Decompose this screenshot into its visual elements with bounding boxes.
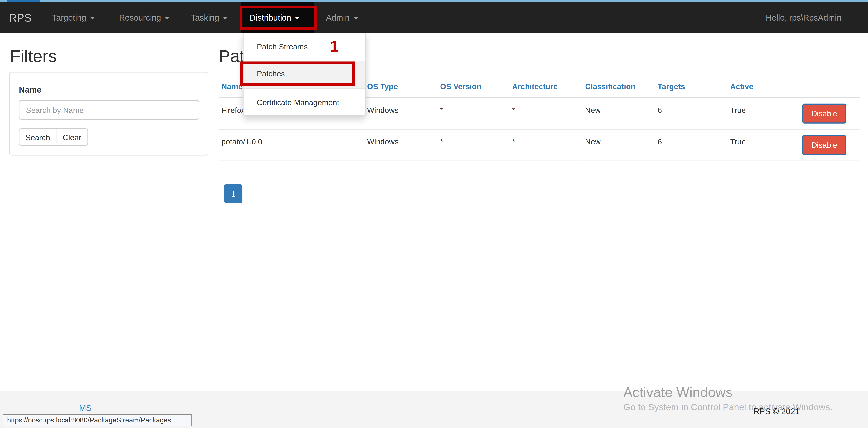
filters-button-group: Search Clear — [19, 128, 88, 146]
browser-tab-sliver — [7, 0, 40, 2]
caret-down-icon — [90, 17, 94, 19]
cell-actions: Disable — [795, 97, 860, 129]
cell-os-type: Windows — [364, 97, 437, 129]
cell-targets: 6 — [655, 129, 727, 161]
brand-link[interactable]: RPS — [9, 2, 32, 33]
nav-item-label: Tasking — [191, 13, 219, 22]
nav-item-resourcing[interactable]: Resourcing — [119, 2, 169, 33]
disable-button[interactable]: Disable — [802, 103, 846, 124]
menu-item-certificate-management[interactable]: Certificate Management — [244, 89, 365, 115]
cell-actions: Disable — [795, 129, 860, 161]
annotation-box-patches — [240, 61, 355, 86]
column-header-targets[interactable]: Targets — [655, 77, 727, 97]
annotation-step-number: 1 — [330, 39, 339, 54]
table-row: potato/1.0.0 Windows * * New 6 True Disa… — [219, 129, 860, 161]
cell-classification: New — [582, 97, 655, 129]
annotation-box-distribution — [240, 5, 317, 30]
status-bar-url: https://nosc.rps.local:8080/PackageStrea… — [3, 414, 191, 426]
main-navbar: RPS Targeting Resourcing Tasking Distrib… — [0, 2, 868, 33]
cell-active: True — [727, 97, 795, 129]
browser-titlebar-strip — [0, 0, 868, 2]
name-filter-label: Name — [19, 85, 41, 94]
ms-footer-link[interactable]: MS — [79, 403, 92, 412]
column-header-active[interactable]: Active — [727, 77, 795, 97]
caret-down-icon — [223, 17, 227, 19]
app-window: RPS Targeting Resourcing Tasking Distrib… — [0, 0, 868, 428]
caret-down-icon — [165, 17, 169, 19]
cell-active: True — [727, 129, 795, 161]
column-header-classification[interactable]: Classification — [582, 77, 655, 97]
cell-architecture: * — [509, 97, 582, 129]
pagination-page-1[interactable]: 1 — [224, 184, 243, 203]
column-header-os-version[interactable]: OS Version — [437, 77, 509, 97]
nav-item-tasking[interactable]: Tasking — [191, 2, 227, 33]
disable-button[interactable]: Disable — [802, 135, 846, 155]
cell-os-type: Windows — [364, 129, 437, 161]
caret-down-icon — [353, 17, 358, 19]
menu-item-patch-streams[interactable]: Patch Streams — [244, 33, 365, 59]
nav-item-admin[interactable]: Admin — [326, 2, 358, 33]
user-greeting: Hello, rps\RpsAdmin — [766, 2, 842, 33]
nav-item-label: Admin — [326, 13, 349, 22]
filters-panel: Name Search Clear — [9, 72, 208, 156]
filters-title: Filters — [10, 47, 57, 66]
cell-targets: 6 — [655, 97, 727, 129]
cell-architecture: * — [509, 129, 582, 161]
nav-item-label: Resourcing — [119, 13, 161, 22]
cell-os-version: * — [437, 97, 509, 129]
column-header-actions — [795, 77, 860, 97]
search-button[interactable]: Search — [19, 128, 57, 146]
windows-activation-watermark: Activate Windows — [623, 384, 733, 400]
nav-item-targeting[interactable]: Targeting — [52, 2, 94, 33]
windows-activation-watermark-subtext: Go to System in Control Panel to activat… — [623, 402, 833, 412]
copyright-text: RPS © 2021 — [753, 406, 800, 416]
cell-classification: New — [582, 129, 655, 161]
column-header-architecture[interactable]: Architecture — [509, 77, 582, 97]
nav-item-label: Targeting — [52, 13, 86, 22]
name-search-input[interactable] — [19, 100, 199, 120]
column-header-os-type[interactable]: OS Type — [364, 77, 437, 97]
cell-os-version: * — [437, 129, 509, 161]
clear-button[interactable]: Clear — [56, 128, 88, 146]
cell-name: potato/1.0.0 — [219, 129, 364, 161]
